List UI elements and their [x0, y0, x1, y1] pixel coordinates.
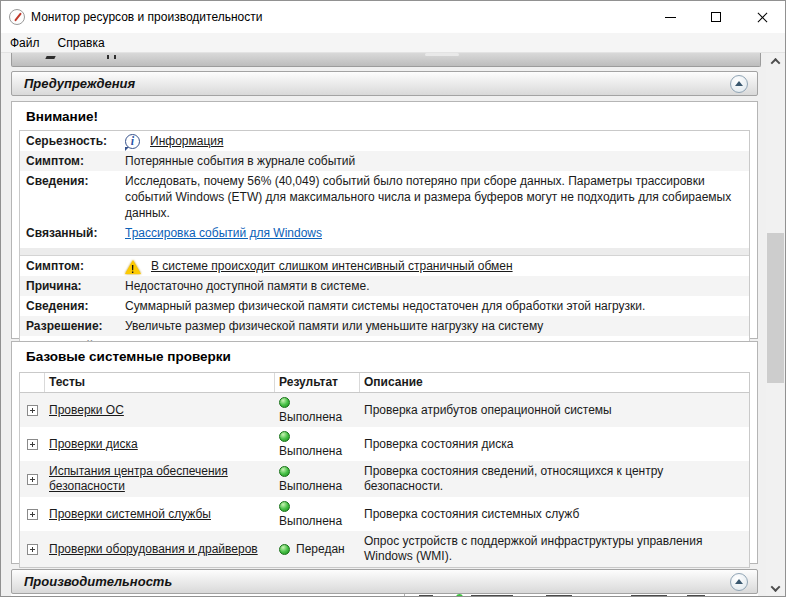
table-header-row: Тесты Результат Описание — [20, 373, 749, 393]
chevron-up-icon — [735, 579, 743, 584]
check-result: Выполнена — [275, 462, 360, 496]
expand-icon[interactable] — [27, 509, 38, 520]
perfmon-gauge-icon — [9, 9, 25, 25]
check-description: Проверка состояния системных служб — [360, 504, 749, 525]
warning-row: Симптом: В системе происходит слишком ин… — [20, 256, 749, 276]
maximize-button[interactable] — [693, 1, 739, 33]
warning-row: Сведения: Суммарный размер физической па… — [20, 296, 749, 316]
column-header-result: Результат — [275, 373, 360, 392]
menu-help[interactable]: Справка — [49, 33, 114, 53]
row-value: Исследовать, почему 56% (40,049) событий… — [113, 173, 749, 221]
attention-heading: Внимание! — [26, 109, 98, 124]
status-ok-icon — [279, 544, 290, 555]
row-label: Серьезность: — [20, 133, 113, 149]
status-ok-icon — [279, 397, 290, 408]
check-result: Выполнена — [275, 497, 360, 531]
warnings-section-header[interactable]: Предупреждения — [11, 71, 758, 96]
row-value: Трассировка событий для Windows — [113, 225, 749, 241]
check-result: Передан — [275, 539, 360, 559]
group-separator — [20, 243, 749, 256]
check-description: Опрос устройств с поддержкой инфраструкт… — [360, 531, 749, 567]
warning-row: Серьезность: Информация — [20, 131, 749, 151]
check-link[interactable]: Испытания центра обеспечения безопасност… — [49, 464, 228, 493]
row-label: Сведения: — [20, 298, 113, 314]
related-link[interactable]: Трассировка событий для Windows — [125, 226, 322, 240]
expand-icon[interactable] — [27, 405, 38, 416]
check-link[interactable]: Проверки диска — [49, 437, 138, 451]
warning-row: Связанный: Трассировка событий для Windo… — [20, 223, 749, 243]
report-content: Предупреждения Внимание! Серьезность: Ин… — [1, 53, 767, 597]
chevron-down-icon — [771, 582, 781, 592]
check-description: Проверка состояния диска — [360, 434, 749, 455]
scrollbar-thumb[interactable] — [767, 233, 784, 383]
warning-row: Разрешение: Увеличьте размер физической … — [20, 316, 749, 336]
scrollbar-up-button[interactable] — [766, 53, 785, 70]
collapse-warnings-button[interactable] — [730, 75, 748, 93]
expand-icon[interactable] — [27, 439, 38, 450]
check-result: Выполнена — [275, 427, 360, 461]
close-button[interactable] — [739, 1, 785, 33]
severity-link[interactable]: Информация — [150, 134, 223, 148]
check-row: Испытания центра обеспечения безопасност… — [20, 461, 749, 497]
basic-checks-table: Тесты Результат Описание Проверки ОС Вып… — [19, 372, 750, 568]
resource-monitor-window: Монитор ресурсов и производительности Фа… — [0, 0, 786, 597]
check-link[interactable]: Проверки ОС — [49, 403, 124, 417]
minimize-icon — [665, 17, 676, 18]
expand-icon[interactable] — [27, 544, 38, 555]
collapse-performance-button[interactable] — [730, 573, 748, 591]
status-ok-icon — [279, 431, 290, 442]
warnings-section-title: Предупреждения — [24, 76, 135, 91]
chevron-up-icon — [735, 81, 743, 86]
performance-section-title: Производительность — [24, 574, 172, 589]
row-label: Причина: — [20, 278, 113, 294]
row-label: Разрешение: — [20, 318, 113, 334]
row-label: Симптом: — [20, 258, 113, 274]
warning-icon — [125, 260, 141, 274]
vertical-scrollbar[interactable] — [766, 53, 785, 597]
title-bar: Монитор ресурсов и производительности — [1, 1, 785, 33]
status-ok-icon — [279, 466, 290, 477]
row-value: Недостаточно доступной памяти в системе. — [113, 278, 749, 294]
window-title: Монитор ресурсов и производительности — [31, 10, 262, 24]
row-label: Симптом: — [20, 153, 113, 169]
warning-row: Сведения: Исследовать, почему 56% (40,04… — [20, 171, 749, 223]
warning-row: Причина: Недостаточно доступной памяти в… — [20, 276, 749, 296]
status-ok-icon — [279, 501, 290, 512]
minimize-button[interactable] — [647, 1, 693, 33]
row-value: Увеличьте размер физической памяти или у… — [113, 318, 749, 334]
row-value: Суммарный размер физической памяти систе… — [113, 298, 749, 314]
check-link[interactable]: Проверки системной службы — [49, 507, 211, 521]
basic-checks-panel: Базовые системные проверки Тесты Результ… — [11, 341, 758, 564]
check-row: Проверки системной службы Выполнена Пров… — [20, 497, 749, 531]
row-value: Потерянные события в журнале событий — [113, 153, 749, 169]
maximize-icon — [711, 12, 721, 22]
warnings-table: Серьезность: Информация Симптом: Потерян… — [19, 130, 750, 357]
check-row: Проверки диска Выполнена Проверка состоя… — [20, 427, 749, 461]
check-description: Проверка состояния сведений, относящихся… — [360, 461, 749, 497]
performance-section-header[interactable]: Производительность — [11, 569, 758, 594]
expand-column-header — [20, 373, 45, 392]
info-icon — [125, 134, 140, 149]
column-header-tests: Тесты — [45, 373, 275, 392]
check-result: Выполнена — [275, 393, 360, 427]
column-header-description: Описание — [360, 373, 749, 392]
check-row: Проверки оборудования и драйверов Переда… — [20, 531, 749, 567]
warnings-panel: Внимание! Серьезность: Информация Симпто… — [11, 101, 758, 339]
symptom-link[interactable]: В системе происходит слишком интенсивный… — [151, 259, 513, 273]
warning-row: Симптом: Потерянные события в журнале со… — [20, 151, 749, 171]
row-value: Информация — [113, 133, 749, 149]
basic-checks-heading: Базовые системные проверки — [26, 349, 231, 364]
menu-file[interactable]: Файл — [1, 33, 49, 53]
row-label: Связанный: — [20, 225, 113, 241]
check-description: Проверка атрибутов операционной системы — [360, 400, 749, 421]
menu-bar: Файл Справка — [1, 33, 785, 53]
check-link[interactable]: Проверки оборудования и драйверов — [49, 542, 258, 556]
expand-icon[interactable] — [27, 474, 38, 485]
scrollbar-down-button[interactable] — [766, 580, 785, 597]
row-value: В системе происходит слишком интенсивный… — [113, 258, 749, 274]
clipped-section-header — [11, 53, 761, 67]
window-controls — [647, 1, 785, 33]
chevron-up-icon — [771, 58, 781, 68]
check-row: Проверки ОС Выполнена Проверка атрибутов… — [20, 393, 749, 427]
row-label: Сведения: — [20, 173, 113, 221]
